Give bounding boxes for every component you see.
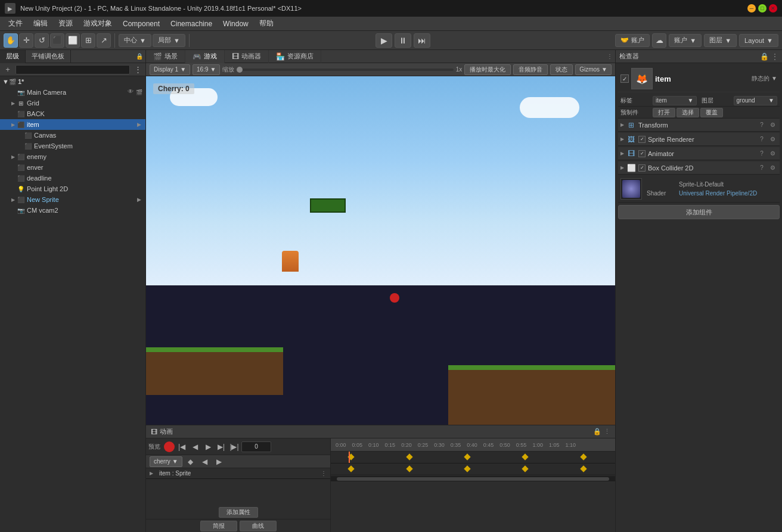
timeline-scrollbar[interactable] [331, 475, 615, 481]
tab-animator[interactable]: 🎞 动画器 [225, 50, 269, 63]
box-collider-settings-icon[interactable]: ⚙ [768, 163, 777, 173]
step-button[interactable]: ⏭ [414, 33, 430, 48]
tab-hierarchy[interactable]: 层级 [0, 50, 26, 63]
hier-item-point-light-2d[interactable]: 💡 Point Light 2D [0, 183, 145, 194]
curve-mode-btn[interactable]: 曲线 [240, 521, 277, 531]
account-dropdown[interactable]: 账户 ▼ [669, 34, 702, 47]
box-collider-checkbox[interactable]: ✓ [638, 164, 646, 172]
clip-dropdown[interactable]: cherry ▼ [150, 456, 182, 467]
animator-help-icon[interactable]: ? [757, 149, 767, 158]
animator-checkbox[interactable]: ✓ [638, 150, 646, 157]
move-tool-btn[interactable]: ✛ [19, 33, 33, 48]
hier-item-enemy[interactable]: ▶ ⬛ enemy [0, 151, 145, 162]
box-collider-help-icon[interactable]: ? [757, 163, 767, 173]
hier-add-btn[interactable]: + [2, 64, 13, 75]
hier-item-new-sprite[interactable]: ▶ ⬛ New Sprite ▶ [0, 194, 145, 205]
tab-color-palette[interactable]: 平铺调色板 [26, 50, 71, 63]
hier-options-btn[interactable]: ⋮ [132, 64, 143, 75]
layer-dropdown[interactable]: ground ▼ [734, 96, 778, 105]
anim-options-icon[interactable]: ⋮ [604, 428, 610, 435]
hierarchy-search[interactable] [15, 65, 130, 74]
anim-timecode[interactable]: 0 [241, 441, 271, 452]
cloud-button[interactable]: ☁ [652, 33, 666, 48]
open-prefab-btn[interactable]: 打开 [653, 108, 675, 117]
game-panel-lock[interactable]: ⋮ [607, 53, 615, 60]
max-on-play-btn[interactable]: 播放时最大化 [464, 64, 511, 75]
anim-prev-btn[interactable]: ◀ [189, 441, 201, 453]
add-property-button[interactable]: 添加属性 [219, 507, 258, 518]
anim-play-btn[interactable]: ▶ [202, 441, 214, 453]
local-dropdown[interactable]: 局部 ▼ [153, 34, 185, 47]
layout-dropdown[interactable]: Layout ▼ [739, 34, 778, 47]
key-diamond-btn[interactable]: ◆ [185, 456, 197, 467]
rotate-tool-btn[interactable]: ↺ [35, 33, 49, 48]
pause-button[interactable]: ⏸ [395, 33, 411, 48]
play-button[interactable]: ▶ [376, 33, 392, 48]
hier-item-canvas[interactable]: ⬛ Canvas [0, 130, 145, 141]
transform-tool-btn[interactable]: ⊞ [81, 33, 95, 48]
hier-item-cm-vcam2[interactable]: 📷 CM vcam2 [0, 205, 145, 216]
hier-item-item[interactable]: ▶ ⬛ item ▶ [0, 119, 145, 130]
custom-tool-btn[interactable]: ↗ [97, 33, 111, 48]
maximize-button[interactable]: □ [758, 4, 767, 13]
animator-settings-icon[interactable]: ⚙ [768, 149, 777, 158]
gizmos-dropdown[interactable]: Gizmos ▼ [575, 64, 612, 75]
hier-item-deadline[interactable]: ⬛ deadline [0, 173, 145, 183]
pivot-dropdown[interactable]: 中心 ▼ [119, 34, 151, 47]
key-right-btn[interactable]: ▶ [213, 456, 225, 467]
stats-btn[interactable]: 状态 [550, 64, 573, 75]
static-dropdown[interactable]: 静态的 ▼ [752, 74, 777, 83]
sprite-renderer-header[interactable]: ▶ 🖼 ✓ Sprite Renderer ? ⚙ [618, 133, 780, 146]
aspect-dropdown[interactable]: 16:9 ▼ [193, 64, 220, 75]
menu-gameobject[interactable]: 游戏对象 [79, 17, 117, 30]
transform-settings-icon[interactable]: ⚙ [768, 120, 777, 130]
override-prefab-btn[interactable]: 覆盖 [700, 108, 723, 117]
sprite-renderer-help-icon[interactable]: ? [757, 135, 767, 144]
animator-header[interactable]: ▶ 🎞 ✓ Animator ? ⚙ [618, 147, 780, 160]
hier-item-back[interactable]: ⬛ BACK [0, 108, 145, 119]
hier-item-main-camera[interactable]: 📷 Main Camera 👁 🎬 [0, 87, 145, 98]
mute-audio-btn[interactable]: 音频静音 [513, 64, 548, 75]
close-button[interactable]: ✕ [769, 4, 777, 13]
collaborate-dropdown[interactable]: 🤝 账户 [615, 34, 650, 47]
minimize-button[interactable]: ─ [747, 4, 756, 13]
track-options[interactable]: ⋮ [321, 470, 327, 477]
tab-asset-store[interactable]: 🏪 资源商店 [269, 50, 321, 63]
anim-last-btn[interactable]: |▶| [228, 441, 240, 453]
track-item-sprite[interactable]: ▶ item : Sprite ⋮ [146, 468, 330, 479]
layers-dropdown[interactable]: 图层 ▼ [704, 34, 737, 47]
anim-next-btn[interactable]: ▶| [215, 441, 227, 453]
hand-tool-btn[interactable]: ✋ [4, 33, 18, 48]
sprite-renderer-settings-icon[interactable]: ⚙ [768, 135, 777, 144]
menu-window[interactable]: Window [218, 18, 253, 29]
display-dropdown[interactable]: Display 1 ▼ [150, 64, 190, 75]
transform-help-icon[interactable]: ? [757, 120, 767, 130]
shader-value[interactable]: Universal Render Pipeline/2D [679, 190, 757, 197]
inspector-lock-icon[interactable]: 🔒 [760, 52, 769, 61]
object-active-checkbox[interactable]: ✓ [620, 74, 629, 83]
menu-edit[interactable]: 编辑 [29, 17, 52, 30]
menu-component[interactable]: Component [118, 18, 165, 29]
menu-assets[interactable]: 资源 [54, 17, 77, 30]
tag-dropdown[interactable]: item ▼ [653, 96, 697, 105]
inspector-options-icon[interactable]: ⋮ [771, 52, 778, 61]
menu-help[interactable]: 帮助 [255, 17, 278, 30]
box-collider-header[interactable]: ▶ ⬜ ✓ Box Collider 2D ? ⚙ [618, 161, 780, 175]
panel-lock-icon[interactable]: 🔒 [136, 53, 145, 60]
scale-tool-btn[interactable]: ⬛ [50, 33, 64, 48]
hier-item-grid[interactable]: ▶ ⊞ Grid [0, 98, 145, 108]
key-left-btn[interactable]: ◀ [199, 456, 211, 467]
simple-mode-btn[interactable]: 简报 [200, 521, 237, 531]
tab-scene[interactable]: 🎬 场景 [146, 50, 185, 63]
sprite-renderer-checkbox[interactable]: ✓ [638, 136, 646, 143]
rect-tool-btn[interactable]: ⬜ [66, 33, 80, 48]
transform-header[interactable]: ▶ ⊞ Transform ? ⚙ [618, 119, 780, 132]
menu-file[interactable]: 文件 [4, 17, 27, 30]
hier-item-enver[interactable]: ⬛ enver [0, 162, 145, 173]
anim-lock-icon[interactable]: 🔒 [593, 428, 601, 435]
record-button[interactable] [164, 441, 175, 452]
select-prefab-btn[interactable]: 选择 [677, 108, 699, 117]
scale-slider[interactable] [237, 69, 453, 71]
hier-item-eventsystem[interactable]: ⬛ EventSystem [0, 141, 145, 151]
add-component-button[interactable]: 添加组件 [618, 205, 780, 219]
